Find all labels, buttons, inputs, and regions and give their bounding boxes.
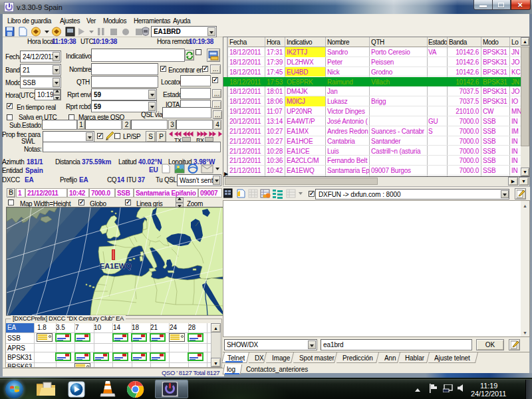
svg-text:EA1EWQ: EA1EWQ: [100, 262, 132, 270]
